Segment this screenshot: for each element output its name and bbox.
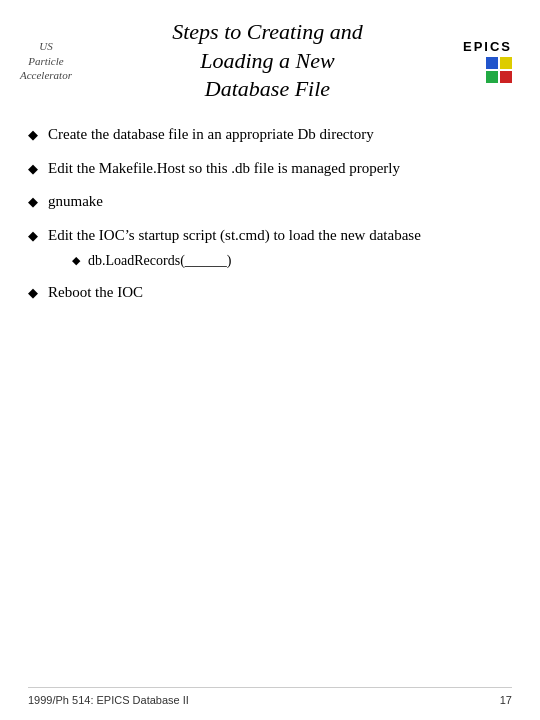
bullet-text: Edit the Makefile.Host so this .db file … (48, 158, 512, 180)
footer: 1999/Ph 514: EPICS Database II 17 (28, 687, 512, 706)
bullet-text: gnumake (48, 191, 512, 213)
sub-bullet-list: ◆ db.LoadRecords(______) (48, 251, 512, 271)
bullet-diamond-icon: ◆ (28, 160, 38, 179)
list-item: ◆ db.LoadRecords(______) (72, 251, 512, 271)
list-item: ◆ gnumake (28, 191, 512, 213)
bullet-text: Reboot the IOC (48, 282, 512, 304)
bullet-list: ◆ Create the database file in an appropr… (28, 124, 512, 304)
logo-line1: US (39, 39, 52, 53)
list-item: ◆ Reboot the IOC (28, 282, 512, 304)
footer-left: 1999/Ph 514: EPICS Database II (28, 694, 189, 706)
epics-square-red (500, 71, 512, 83)
logo-line2: Particle (28, 54, 63, 68)
sub-bullet-diamond-icon: ◆ (72, 253, 80, 268)
bullet-diamond-icon: ◆ (28, 126, 38, 145)
bullet-diamond-icon: ◆ (28, 227, 38, 246)
epics-square-yellow (500, 57, 512, 69)
epics-label: EPICS (463, 39, 512, 54)
epics-square-green (486, 71, 498, 83)
content-area: ◆ Create the database file in an appropr… (0, 114, 540, 326)
list-item: ◆ Create the database file in an appropr… (28, 124, 512, 146)
sub-bullet-text: db.LoadRecords(______) (88, 251, 231, 271)
bullet-diamond-icon: ◆ (28, 193, 38, 212)
bullet-diamond-icon: ◆ (28, 284, 38, 303)
logo-area: US Particle Accelerator (20, 39, 72, 82)
bullet-text-with-sub: Edit the IOC’s startup script (st.cmd) t… (48, 225, 512, 270)
epics-logo: EPICS (463, 39, 512, 83)
page-title: Steps to Creating and Loading a New Data… (72, 18, 463, 104)
header: US Particle Accelerator Steps to Creatin… (0, 0, 540, 114)
footer-right: 17 (500, 694, 512, 706)
epics-square-blue (486, 57, 498, 69)
epics-squares (486, 57, 512, 83)
list-item: ◆ Edit the Makefile.Host so this .db fil… (28, 158, 512, 180)
logo-line3: Accelerator (20, 68, 72, 82)
bullet-text: Create the database file in an appropria… (48, 124, 512, 146)
list-item: ◆ Edit the IOC’s startup script (st.cmd)… (28, 225, 512, 270)
